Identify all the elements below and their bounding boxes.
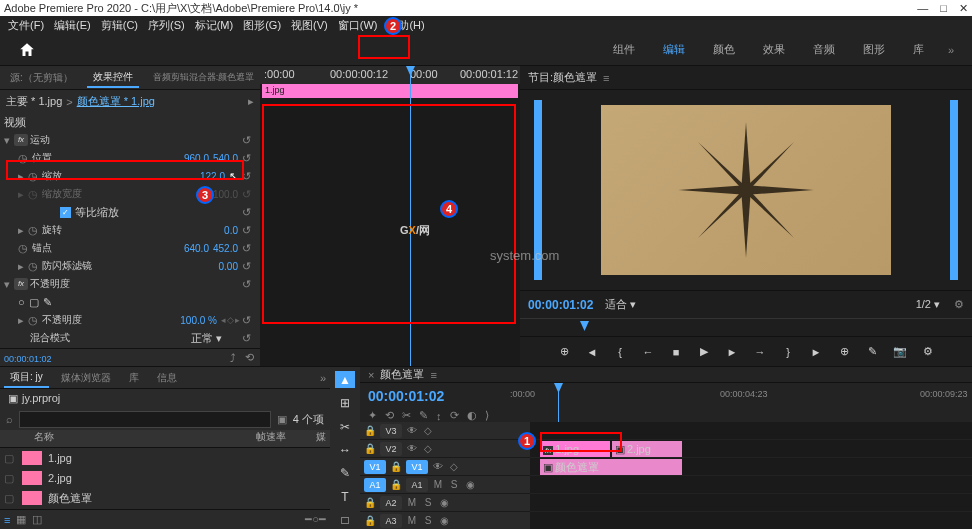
lock-icon[interactable]: 🔒 xyxy=(390,479,402,490)
max-btn[interactable]: □ xyxy=(940,2,947,15)
val-anchor-x[interactable]: 640.0 xyxy=(184,243,209,254)
settings-icon[interactable]: ⚙ xyxy=(954,298,964,311)
track-a2[interactable]: A2 xyxy=(380,496,402,510)
tab-media-browser[interactable]: 媒体浏览器 xyxy=(55,369,117,387)
track-a1-src[interactable]: A1 xyxy=(364,478,386,492)
add-kf-icon[interactable]: ◇ xyxy=(227,315,234,325)
col-name[interactable]: 名称 xyxy=(34,430,256,447)
filter-icon[interactable]: ▣ xyxy=(277,413,287,426)
freeform-icon[interactable]: ◫ xyxy=(32,513,42,526)
mute-icon[interactable]: M xyxy=(432,479,444,490)
in-icon[interactable]: ◄ xyxy=(583,343,601,361)
track-select-tool[interactable]: ⊞ xyxy=(335,394,355,411)
step-fwd-icon[interactable]: ► xyxy=(723,343,741,361)
reset-icon[interactable]: ↺ xyxy=(242,332,256,345)
track-a1[interactable]: A1 xyxy=(406,478,428,492)
ws-audio[interactable]: 音频 xyxy=(799,36,849,63)
tab-audio-mixer[interactable]: 音频剪辑混合器:颜色遮罩 xyxy=(147,69,261,86)
prev-kf-icon[interactable]: ◂ xyxy=(221,315,226,325)
search-input[interactable] xyxy=(19,411,271,428)
button-editor-icon[interactable]: ⚙ xyxy=(919,343,937,361)
goto-in-icon[interactable]: { xyxy=(611,343,629,361)
prop-opacity-fx[interactable]: 不透明度 xyxy=(30,277,242,291)
panel-menu-icon[interactable]: ≡ xyxy=(603,72,609,84)
export-icon[interactable]: ⤴ xyxy=(230,352,236,364)
reset-icon[interactable]: ↺ xyxy=(242,260,256,273)
stopwatch-icon[interactable]: ◷ xyxy=(18,242,30,255)
sequence-tab[interactable]: 颜色遮罩 xyxy=(380,367,424,382)
loop-icon[interactable]: ► xyxy=(807,343,825,361)
stop-icon[interactable]: ■ xyxy=(667,343,685,361)
tab-library[interactable]: 库 xyxy=(123,369,145,387)
panel-menu-icon[interactable]: ≡ xyxy=(430,369,436,381)
ec-clip[interactable]: 1.jpg xyxy=(262,84,518,98)
ws-color[interactable]: 颜色 xyxy=(699,36,749,63)
out-icon[interactable]: } xyxy=(779,343,797,361)
lock-icon[interactable]: 🔒 xyxy=(390,461,402,472)
marker-icon[interactable]: ✂ xyxy=(402,409,411,422)
reset-icon[interactable]: ↺ xyxy=(242,134,256,147)
project-item[interactable]: ▢1.jpg xyxy=(0,448,330,468)
clip-2jpg[interactable]: ▣2.jpg xyxy=(612,441,682,457)
tab-project[interactable]: 项目: jy xyxy=(4,368,49,388)
lift-icon[interactable]: ⊕ xyxy=(835,343,853,361)
step-back-icon[interactable]: ← xyxy=(639,343,657,361)
fx-badge[interactable]: fx xyxy=(14,278,28,290)
prop-motion[interactable]: 运动 xyxy=(30,133,242,147)
type-tool[interactable]: T xyxy=(335,488,355,505)
project-item[interactable]: ▢2.jpg xyxy=(0,468,330,488)
val-opacity[interactable]: 100.0 % xyxy=(180,315,217,326)
project-item[interactable]: ▢颜色遮罩 xyxy=(0,488,330,508)
uniform-scale-check[interactable]: ✓ xyxy=(60,207,71,218)
lock-icon[interactable]: 🔒 xyxy=(364,443,376,454)
lock-icon[interactable]: 🔒 xyxy=(364,497,376,508)
zoom-dropdown[interactable]: 1/2 ▾ xyxy=(916,298,940,311)
blend-dropdown[interactable]: 正常 ▾ xyxy=(191,331,222,346)
reset-icon[interactable]: ↺ xyxy=(242,242,256,255)
tab-source[interactable]: 源:（无剪辑） xyxy=(4,69,79,87)
track-a3[interactable]: A3 xyxy=(380,514,402,528)
val-rotation[interactable]: 0.0 xyxy=(224,225,238,236)
stopwatch-icon[interactable]: ◷ xyxy=(28,314,40,327)
reset-icon[interactable]: ↺ xyxy=(242,152,256,165)
menu-view[interactable]: 视图(V) xyxy=(287,18,332,32)
list-view-icon[interactable]: ≡ xyxy=(4,514,10,526)
stopwatch-icon[interactable]: ◷ xyxy=(28,260,40,273)
toggle-output-icon[interactable]: 👁 xyxy=(406,443,418,454)
ws-graphics[interactable]: 图形 xyxy=(849,36,899,63)
mute-icon[interactable]: M xyxy=(406,515,418,526)
selection-tool[interactable]: ▲ xyxy=(335,371,355,388)
lock-icon[interactable]: 🔒 xyxy=(364,425,376,436)
menu-file[interactable]: 文件(F) xyxy=(4,18,48,32)
icon-view-icon[interactable]: ▦ xyxy=(16,513,26,526)
bin-icon[interactable]: ▣ xyxy=(8,392,18,404)
menu-clip[interactable]: 剪辑(C) xyxy=(97,18,142,32)
program-frame[interactable] xyxy=(601,105,891,275)
reset-icon[interactable]: ↺ xyxy=(242,170,256,183)
ws-libraries[interactable]: 库 xyxy=(899,36,938,63)
track-v1-src[interactable]: V1 xyxy=(364,460,386,474)
reset-icon[interactable]: ↺ xyxy=(242,224,256,237)
tl-settings-icon[interactable]: ✎ xyxy=(419,409,428,422)
mask-rect-icon[interactable]: ▢ xyxy=(29,296,39,309)
mask-pen-icon[interactable]: ✎ xyxy=(43,296,52,309)
toggle-output-icon[interactable]: 👁 xyxy=(432,461,444,472)
track-v2[interactable]: V2 xyxy=(380,442,402,456)
val-anchor-y[interactable]: 452.0 xyxy=(213,243,238,254)
home-icon[interactable] xyxy=(18,41,36,59)
play-icon[interactable]: ▶ xyxy=(695,343,713,361)
extract-icon[interactable]: ✎ xyxy=(863,343,881,361)
pen-tool[interactable]: ✎ xyxy=(335,465,355,482)
menu-edit[interactable]: 编辑(E) xyxy=(50,18,95,32)
fx-badge[interactable]: fx xyxy=(14,134,28,146)
min-btn[interactable]: — xyxy=(917,2,928,15)
menu-sequence[interactable]: 序列(S) xyxy=(144,18,189,32)
timeline-timecode[interactable]: 00:00:01:02 xyxy=(360,388,500,404)
mask-ellipse-icon[interactable]: ○ xyxy=(18,296,25,308)
ec-timecode[interactable]: 00:00:01:02 xyxy=(4,354,52,364)
track-v1[interactable]: V1 xyxy=(406,460,428,474)
ws-effects[interactable]: 效果 xyxy=(749,36,799,63)
lock-icon[interactable]: 🔒 xyxy=(364,515,376,526)
wrench-icon[interactable]: ↕ xyxy=(436,410,442,422)
loop-icon[interactable]: ⟲ xyxy=(245,351,254,364)
